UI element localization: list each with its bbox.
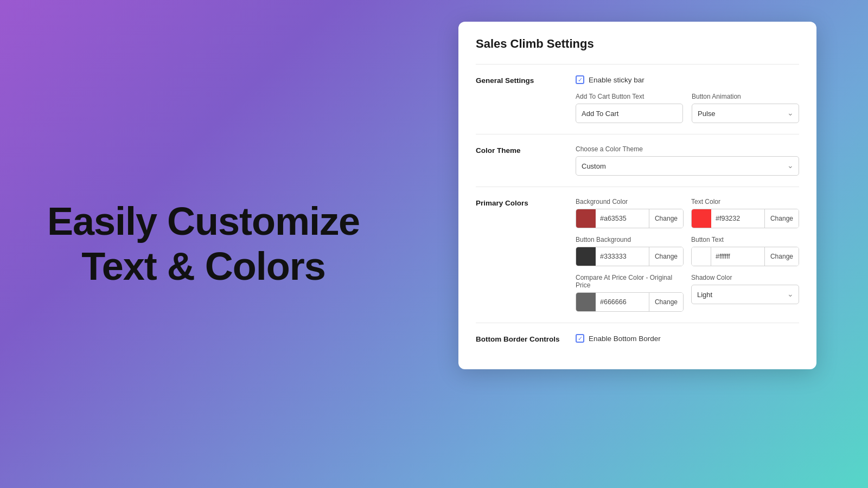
bottom-border-section: Bottom Border Controls Enable Bottom Bor… — [476, 323, 799, 354]
settings-title: Sales Climb Settings — [476, 37, 799, 51]
general-settings-label: General Settings — [476, 75, 563, 85]
choose-color-label: Choose a Color Theme — [576, 145, 799, 153]
button-bg-group: Button Background #333333 Change — [576, 236, 684, 266]
background-color-hex: #a63535 — [596, 215, 649, 222]
background-color-group: Background Color #a63535 Change — [576, 198, 684, 228]
text-color-change-btn[interactable]: Change — [764, 209, 799, 228]
color-theme-section: Color Theme Choose a Color Theme Custom … — [476, 134, 799, 187]
sticky-bar-row: Enable sticky bar — [576, 75, 799, 84]
bottom-border-content: Enable Bottom Border — [576, 334, 799, 343]
color-theme-select-wrapper: Custom Light Dark Blue Green — [576, 156, 799, 176]
sticky-bar-label: Enable sticky bar — [589, 76, 644, 84]
shadow-color-label: Shadow Color — [691, 274, 799, 281]
right-panel: Sales Climb Settings General Settings En… — [407, 0, 868, 488]
text-color-group: Text Color #f93232 Change — [691, 198, 799, 228]
bottom-border-checkbox[interactable] — [576, 334, 584, 343]
add-to-cart-label: Add To Cart Button Text — [576, 93, 683, 100]
button-bg-change-btn[interactable]: Change — [649, 247, 683, 266]
compare-price-row: #666666 Change — [576, 292, 684, 312]
animation-select-wrapper: Pulse Bounce None — [692, 104, 799, 123]
bottom-border-row: Enable Bottom Border — [576, 334, 799, 343]
compare-price-change-btn[interactable]: Change — [649, 292, 683, 312]
button-text-group: Button Text #ffffff Change — [691, 236, 799, 266]
text-color-swatch[interactable] — [692, 209, 711, 228]
sticky-bar-checkbox[interactable] — [576, 75, 584, 84]
primary-colors-content: Background Color #a63535 Change Text Col… — [576, 198, 799, 312]
bottom-border-label: Bottom Border Controls — [476, 334, 563, 343]
hero-line1: Easily Customize — [47, 200, 360, 243]
button-settings-row: Add To Cart Button Text Button Animation… — [576, 93, 799, 123]
color-theme-label: Color Theme — [476, 145, 563, 155]
primary-colors-label: Primary Colors — [476, 198, 563, 207]
button-bg-swatch[interactable] — [576, 247, 596, 266]
hero-line2: Text & Colors — [81, 245, 326, 288]
button-text-label: Button Text — [691, 236, 799, 243]
button-text-hex: #ffffff — [711, 253, 764, 260]
general-settings-content: Enable sticky bar Add To Cart Button Tex… — [576, 75, 799, 123]
primary-colors-section: Primary Colors Background Color #a63535 … — [476, 187, 799, 323]
button-bg-hex: #333333 — [596, 253, 649, 260]
left-panel: Easily Customize Text & Colors — [0, 0, 407, 488]
hero-text: Easily Customize Text & Colors — [47, 199, 360, 289]
button-text-swatch[interactable] — [692, 247, 711, 266]
shadow-color-select-wrapper: Light Dark None — [691, 285, 799, 304]
add-to-cart-group: Add To Cart Button Text — [576, 93, 683, 123]
background-color-change-btn[interactable]: Change — [649, 209, 683, 228]
compare-price-label: Compare At Price Color - Original Price — [576, 274, 684, 289]
button-text-change-btn[interactable]: Change — [764, 247, 799, 266]
general-settings-section: General Settings Enable sticky bar Add T… — [476, 64, 799, 134]
background-color-row: #a63535 Change — [576, 209, 684, 228]
button-bg-row: #333333 Change — [576, 247, 684, 266]
animation-label: Button Animation — [692, 93, 799, 100]
shadow-color-group: Shadow Color Light Dark None — [691, 274, 799, 312]
animation-select[interactable]: Pulse Bounce None — [692, 104, 799, 123]
bottom-border-enable-label: Enable Bottom Border — [589, 335, 661, 343]
color-grid: Background Color #a63535 Change Text Col… — [576, 198, 799, 312]
text-color-hex: #f93232 — [711, 215, 764, 222]
button-text-row: #ffffff Change — [691, 247, 799, 266]
add-to-cart-input[interactable] — [576, 104, 683, 123]
text-color-label: Text Color — [691, 198, 799, 206]
background-color-swatch[interactable] — [576, 209, 596, 228]
animation-group: Button Animation Pulse Bounce None — [692, 93, 799, 123]
background-color-label: Background Color — [576, 198, 684, 206]
text-color-row: #f93232 Change — [691, 209, 799, 228]
compare-price-swatch[interactable] — [576, 292, 596, 312]
color-theme-select[interactable]: Custom Light Dark Blue Green — [576, 156, 799, 176]
compare-price-hex: #666666 — [596, 298, 649, 306]
color-theme-content: Choose a Color Theme Custom Light Dark B… — [576, 145, 799, 176]
shadow-color-select[interactable]: Light Dark None — [691, 285, 799, 304]
settings-card: Sales Climb Settings General Settings En… — [458, 22, 816, 369]
button-bg-label: Button Background — [576, 236, 684, 243]
compare-price-group: Compare At Price Color - Original Price … — [576, 274, 684, 312]
